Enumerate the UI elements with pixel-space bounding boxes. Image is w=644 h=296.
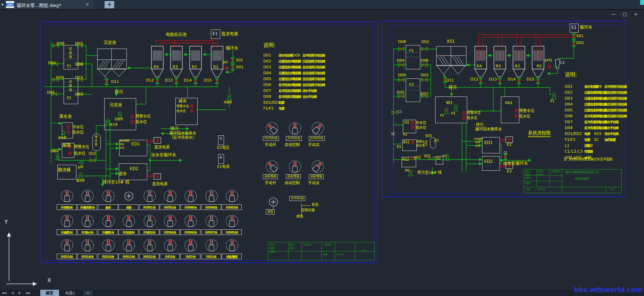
- diagram-label: D13: [165, 78, 173, 82]
- dial-label: 开/D09/关: [201, 204, 221, 210]
- diagram-label: D03: [421, 73, 428, 77]
- diagram-label: C1: [398, 110, 402, 113]
- diagram-label: 日期: [526, 188, 530, 191]
- control-dial-icon: [225, 188, 239, 204]
- diagram-label: 批准人: [538, 174, 544, 176]
- diagram-label: 低水位: [135, 120, 147, 124]
- dial-label: 开/D07/关: [201, 229, 221, 235]
- dial-label: 开/E1/关: [201, 254, 221, 259]
- diagram-label: 手动开: [265, 181, 276, 185]
- diagram-label: （反冲洗用水）: [170, 136, 196, 139]
- diagram-label: D06: [75, 62, 83, 66]
- diagram-label: D13: [489, 77, 497, 81]
- diagram-label: P3: [397, 145, 401, 149]
- diagram-label: 描图人: [525, 177, 531, 179]
- diagram-label: 控制对象: [301, 209, 315, 212]
- legend-row: pH1.pH2pH计: [565, 153, 591, 160]
- diagram-label: 循环回水做来水: [475, 127, 502, 131]
- nav-next-icon[interactable]: ▶: [17, 291, 23, 295]
- control-dial-icon: [101, 238, 115, 253]
- diagram-label: D14: [508, 77, 515, 81]
- diagram-label: 预警水位: [176, 105, 189, 108]
- axis-y-label: Y: [5, 219, 8, 225]
- dial-label: 开/D06/关: [180, 229, 200, 235]
- control-dial-icon: [205, 213, 218, 229]
- diagram-label: D07: [421, 92, 428, 96]
- diagram-label: D02: [75, 42, 83, 45]
- diagram-label: 低水位: [416, 126, 426, 129]
- dial-label: 开/D03/关: [222, 204, 242, 210]
- dial-label: 开/D02/关: [160, 204, 180, 210]
- diagram-label: 年 月 日: [538, 188, 545, 191]
- diagram-label: D01: [236, 65, 243, 69]
- diagram-label: 排污: [170, 127, 179, 131]
- diagram-label: 回流泵: [115, 118, 123, 121]
- control-dial-icon: [101, 188, 115, 204]
- diagram-label: Q2: [436, 157, 441, 160]
- diagram-label: pH2: [414, 156, 421, 159]
- tab-model[interactable]: 模型: [40, 290, 59, 296]
- diagram-label: 排污: [448, 85, 457, 90]
- diagram-label: D03: [75, 76, 83, 79]
- diagram-label: 淡水: [119, 147, 124, 149]
- diagram-label: 过滤池: [68, 80, 72, 92]
- nav-first-icon[interactable]: ◀◀: [0, 291, 8, 295]
- diagram-label: P4: [451, 112, 455, 115]
- diagram-label: pH: [222, 60, 228, 64]
- control-dial-icon: [225, 213, 239, 229]
- diagram-label: 酸洗桶: [58, 168, 71, 172]
- diagram-label: pH: [78, 165, 83, 169]
- diagram-label: D12: [470, 77, 478, 81]
- diagram-label: pH1: [545, 58, 552, 62]
- diagram-label: 清水池: [59, 115, 72, 119]
- diagram-label: S01: [576, 34, 584, 38]
- dial-label: 开/D11/关: [139, 254, 159, 259]
- control-dial-icon: [60, 213, 74, 229]
- diagram-label: P2: [403, 133, 407, 136]
- diagram-label: Q1: [404, 121, 409, 124]
- diagram-label: F1: [67, 65, 71, 68]
- diagram-label: 低水位: [74, 152, 85, 155]
- control-dial-icon: [81, 238, 94, 253]
- diagram-label: S03: [425, 134, 432, 138]
- diagram-label: D15: [527, 77, 534, 81]
- control-dial-icon: [60, 238, 74, 253]
- diagram-label: D08: [57, 42, 64, 45]
- diagram-label: ED1: [484, 141, 493, 145]
- diagram-label: JP1: [434, 139, 439, 142]
- dial-label: 开/D01/关: [139, 204, 159, 210]
- diagram-label: 浓水: [119, 143, 124, 146]
- control-dial-icon: [225, 238, 239, 253]
- nav-prev-icon[interactable]: ◀: [10, 291, 16, 295]
- diagram-label: E1电压: [217, 146, 230, 150]
- diagram-label: XS1: [447, 39, 455, 43]
- diagram-label: 淡水: [475, 145, 479, 147]
- diagram-label: D12: [146, 78, 154, 82]
- diagram-label: 系统流程图: [528, 130, 551, 137]
- diagram-label: R2: [192, 65, 197, 69]
- diagram-label: 碱池: [179, 99, 186, 103]
- diagram-label: D09: [398, 73, 406, 77]
- tab-layout1[interactable]: 布局1: [60, 290, 80, 296]
- dial-label: 消音/警报: [222, 254, 242, 259]
- diagram-label: 状态: [312, 203, 319, 206]
- control-dial-icon: [184, 188, 198, 204]
- diagram-label: R2: [515, 64, 520, 68]
- diagram-label: 增压泵: [94, 135, 97, 147]
- diagram-label: 排污泵: [109, 124, 118, 126]
- diagram-label: 消音/警报: [309, 174, 324, 179]
- control-dial-icon: [122, 238, 136, 253]
- diagram-label: S02: [424, 154, 430, 158]
- diagram-label: D06: [421, 59, 428, 62]
- add-layout-button[interactable]: +: [84, 291, 92, 295]
- diagram-label: 开/XXX/关: [289, 196, 305, 201]
- diagram-label: 污泥池: [109, 103, 122, 107]
- legend-row: SC加药装置: [594, 136, 616, 142]
- diagram-label: 开/XXX/关: [263, 136, 279, 141]
- diagram-label: 消音: [266, 209, 275, 214]
- control-dial-icon: [81, 188, 94, 204]
- diagram-label: 制图人: [525, 174, 531, 176]
- control-dial-icon: [184, 213, 198, 229]
- diagram-label: 清洗回路: [119, 140, 129, 142]
- nav-last-icon[interactable]: ▶▶: [24, 291, 33, 295]
